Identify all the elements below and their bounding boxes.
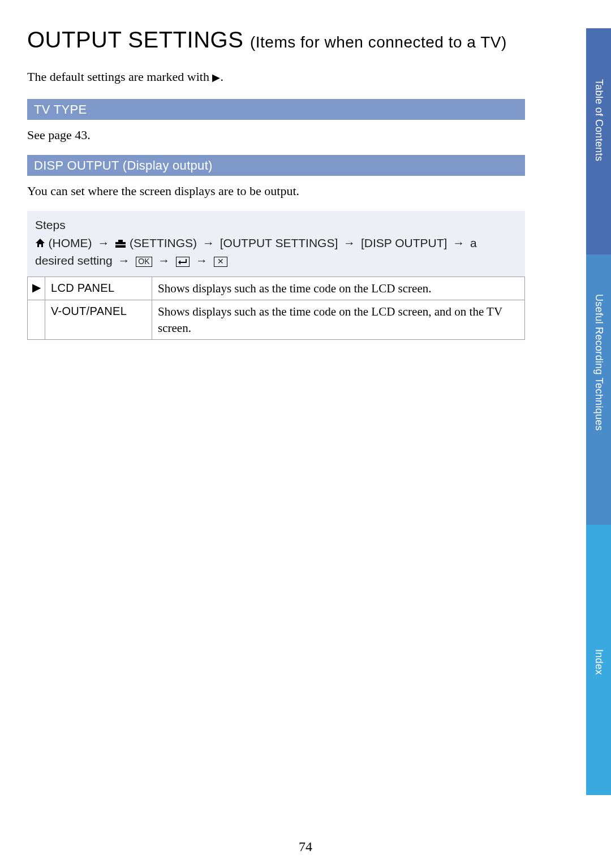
steps-settings: (SETTINGS) <box>130 236 197 249</box>
option-name: V-OUT/PANEL <box>45 300 152 340</box>
tv-type-body: See page 43. <box>27 128 525 142</box>
option-name: LCD PANEL <box>45 277 152 300</box>
arrow-icon: → <box>118 254 130 267</box>
ok-button-icon: OK <box>136 257 152 267</box>
option-desc: Shows displays such as the time code on … <box>152 277 525 300</box>
page-number: 74 <box>0 839 611 854</box>
steps-disp-output: [DISP OUTPUT] <box>361 236 447 249</box>
default-marker-icon: ▶ <box>212 72 220 83</box>
steps-path: (HOME) → (SETTINGS) → [OUTPUT SETTINGS] … <box>35 236 477 267</box>
svg-rect-2 <box>115 244 126 245</box>
title-sub: (Items for when connected to a TV) <box>250 33 507 51</box>
steps-output-settings: [OUTPUT SETTINGS] <box>220 236 338 249</box>
steps-box: Steps (HOME) → (SETTINGS) → [OUTPUT SETT… <box>27 211 525 277</box>
title-main: OUTPUT SETTINGS <box>27 27 243 52</box>
arrow-icon: → <box>97 236 109 249</box>
content-area: OUTPUT SETTINGS (Items for when connecte… <box>27 27 525 340</box>
arrow-icon: → <box>158 254 170 267</box>
table-row: ▶ LCD PANEL Shows displays such as the t… <box>28 277 525 300</box>
intro-suffix: . <box>220 70 223 84</box>
arrow-icon: → <box>203 236 214 249</box>
arrow-icon: → <box>196 254 208 267</box>
steps-label: Steps <box>35 217 517 234</box>
arrow-icon: → <box>453 236 464 249</box>
svg-rect-1 <box>118 240 123 242</box>
toolbox-icon <box>115 236 130 249</box>
page: OUTPUT SETTINGS (Items for when connecte… <box>0 0 611 868</box>
arrow-icon: → <box>343 236 355 249</box>
section-header-disp-output: DISP OUTPUT (Display output) <box>27 155 525 176</box>
section-header-tv-type: TV TYPE <box>27 99 525 120</box>
home-icon <box>35 237 49 250</box>
options-table: ▶ LCD PANEL Shows displays such as the t… <box>27 277 525 340</box>
intro-prefix: The default settings are marked with <box>27 70 212 84</box>
disp-output-body: You can set where the screen displays ar… <box>27 184 525 198</box>
option-desc: Shows displays such as the time code on … <box>152 300 525 340</box>
table-row: V-OUT/PANEL Shows displays such as the t… <box>28 300 525 340</box>
return-button-icon <box>176 257 190 267</box>
default-marker: ▶ <box>28 277 45 300</box>
page-title: OUTPUT SETTINGS (Items for when connecte… <box>27 27 525 53</box>
side-tabs: Table of Contents Useful Recording Techn… <box>586 28 611 865</box>
tab-index[interactable]: Index <box>586 525 611 795</box>
tab-useful-recording-techniques[interactable]: Useful Recording Techniques <box>586 254 611 525</box>
intro-text: The default settings are marked with ▶. <box>27 70 525 84</box>
close-button-icon: ✕ <box>214 257 227 267</box>
steps-home: (HOME) <box>49 236 92 249</box>
default-marker <box>28 300 45 340</box>
tab-table-of-contents[interactable]: Table of Contents <box>586 28 611 254</box>
